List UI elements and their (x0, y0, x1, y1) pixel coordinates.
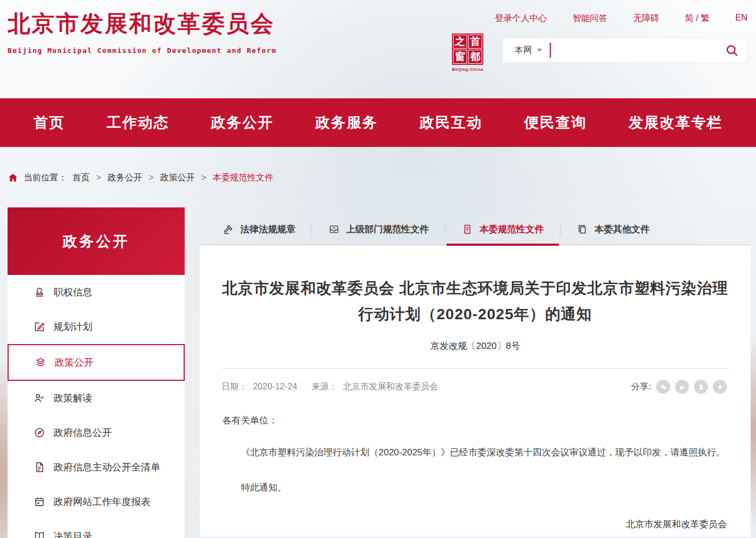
share-label: 分享: (631, 381, 651, 393)
nav-convenience-query[interactable]: 便民查询 (524, 113, 587, 132)
article-date: 2020-12-24 (253, 382, 297, 391)
qq-share-icon[interactable] (694, 380, 708, 394)
seal-caption: Beijing-China (451, 67, 484, 72)
sidebar-title: 政务公开 (8, 207, 185, 275)
share-bar: 分享: (631, 380, 727, 394)
site-subtitle: Beijing Municipal Commission of Developm… (8, 46, 276, 55)
sidebar-item-label: 政策公开 (55, 356, 93, 369)
breadcrumb-current: 本委规范性文件 (213, 172, 273, 184)
tab-label: 法律法规规章 (240, 223, 295, 236)
topbar-link-smart-qa[interactable]: 智能问答 (572, 13, 607, 24)
seal-grid: 之 首 窗 都 (452, 33, 483, 65)
stamp-icon (33, 286, 45, 298)
article-meta: 日期： 2020-12-24 来源： 北京市发展和改革委员会 分享: (200, 369, 751, 394)
tab-label: 本委其他文件 (595, 223, 650, 236)
sidebar-items: 职权信息 规划计划 政策公开 (8, 275, 185, 538)
seal-char: 都 (468, 50, 482, 64)
tab-commission-normative-docs[interactable]: 本委规范性文件 (446, 214, 560, 245)
article-doc-number: 京发改规〔2020〕8号 (200, 340, 751, 352)
breadcrumb-separator: > (201, 173, 206, 183)
qzone-share-icon[interactable] (713, 380, 727, 394)
wechat-share-icon[interactable] (656, 380, 670, 394)
breadcrumb-home[interactable]: 首页 (72, 172, 90, 184)
tab-superior-normative-docs[interactable]: 上级部门规范性文件 (312, 214, 445, 245)
nav-home[interactable]: 首页 (33, 113, 65, 132)
paragraph: 《北京市塑料污染治理行动计划（2020-2025年）》已经市委深改委第十四次会议… (222, 443, 727, 463)
sidebar-item-label: 政府信息公开 (53, 426, 112, 439)
topbar-link-accessibility[interactable]: 无障碍 (633, 13, 659, 24)
search-scope-label: 本网 (515, 45, 532, 56)
sidebar-item-label: 政府信息主动公开全清单 (53, 461, 160, 474)
search-input[interactable] (551, 38, 716, 62)
sidebar-item-label: 政策解读 (53, 392, 92, 405)
nav-work-dynamics[interactable]: 工作动态 (106, 113, 169, 132)
nav-reform-special[interactable]: 发展改革专栏 (629, 113, 723, 132)
sidebar: 政务公开 职权信息 规划计划 (8, 207, 185, 538)
capital-window-seal-logo[interactable]: 之 首 窗 都 Beijing-China (451, 33, 484, 72)
nav-public-interaction[interactable]: 政民互动 (420, 113, 482, 132)
site-title: 北京市发展和改革委员会 (8, 9, 276, 39)
breadcrumb-prefix: 当前位置： (24, 172, 67, 184)
document-icon (462, 224, 473, 235)
topbar-link-login[interactable]: 登录个人中心 (495, 13, 546, 24)
article-body: 各有关单位： 《北京市塑料污染治理行动计划（2020-2025年）》已经市委深改… (200, 394, 751, 530)
signature: 北京市发展和改革委员会 (222, 518, 727, 530)
article-title: 北京市发展和改革委员会 北京市生态环境局关于印发北京市塑料污染治理行动计划（20… (221, 275, 729, 327)
calendar-icon (33, 496, 45, 508)
weibo-share-icon[interactable] (675, 380, 689, 394)
seal-char: 窗 (453, 50, 467, 64)
sidebar-item-label: 规划计划 (53, 320, 92, 333)
nav-gov-disclosure[interactable]: 政务公开 (211, 113, 274, 132)
topbar: 登录个人中心 智能问答 无障碍 简 / 繁 EN (495, 13, 747, 24)
tabs: 法律法规规章 上级部门规范性文件 本委规范性文 (200, 214, 751, 245)
search-button[interactable] (716, 43, 747, 57)
main-layout: 政务公开 职权信息 规划计划 (0, 207, 756, 538)
tab-laws-regulations[interactable]: 法律法规规章 (206, 214, 312, 245)
paragraph: 特此通知。 (222, 478, 727, 498)
sidebar-item-website-annual-report[interactable]: 政府网站工作年度报表 (8, 485, 185, 519)
sidebar-item-planning[interactable]: 规划计划 (8, 310, 185, 344)
search-bar: 本网 (502, 38, 748, 63)
nav-gov-services[interactable]: 政务服务 (315, 113, 378, 132)
tab-commission-other-docs[interactable]: 本委其他文件 (561, 214, 666, 245)
sidebar-item-authority-info[interactable]: 职权信息 (8, 275, 185, 310)
salutation: 各有关单位： (222, 414, 727, 427)
sidebar-item-label: 决策目录 (53, 530, 92, 538)
site-header: 北京市发展和改革委员会 Beijing Municipal Commission… (0, 0, 756, 98)
search-icon (725, 43, 739, 57)
article-source: 北京市发展和改革委员会 (343, 382, 438, 391)
breadcrumb-separator: > (148, 173, 153, 183)
tab-label: 上级部门规范性文件 (346, 223, 429, 236)
home-icon (8, 172, 18, 183)
site-logo[interactable]: 北京市发展和改革委员会 Beijing Municipal Commission… (8, 9, 276, 55)
document-icon (33, 461, 45, 473)
layers-icon (35, 357, 46, 368)
sidebar-item-gov-info-disclosure[interactable]: 政府信息公开 (8, 415, 185, 450)
topbar-link-simplified-traditional[interactable]: 简 / 繁 (685, 13, 709, 24)
sidebar-item-policy-interpretation[interactable]: 政策解读 (8, 381, 185, 415)
breadcrumb-gov-disclosure[interactable]: 政务公开 (107, 172, 142, 184)
search-scope-dropdown[interactable]: 本网 (503, 45, 542, 56)
source-label: 来源： (312, 382, 338, 391)
breadcrumb-separator: > (96, 173, 101, 183)
sidebar-item-label: 职权信息 (53, 286, 92, 299)
article-meta-left: 日期： 2020-12-24 来源： 北京市发展和改革委员会 (221, 381, 450, 393)
seal-char: 首 (468, 35, 482, 49)
inbox-icon (328, 224, 340, 235)
article-card: 北京市发展和改革委员会 北京市生态环境局关于印发北京市塑料污染治理行动计划（20… (200, 245, 751, 537)
sidebar-item-proactive-disclosure-list[interactable]: 政府信息主动公开全清单 (8, 450, 185, 485)
edit-icon (33, 321, 45, 333)
sidebar-item-policy-disclosure[interactable]: 政策公开 (8, 344, 185, 381)
topbar-link-english[interactable]: EN (735, 13, 747, 24)
person-check-icon (33, 392, 45, 404)
sidebar-item-label: 政府网站工作年度报表 (53, 495, 151, 508)
book-icon (33, 530, 45, 538)
tab-label: 本委规范性文件 (480, 223, 544, 236)
sidebar-item-decision-catalog[interactable]: 决策目录 (8, 519, 185, 538)
chevron-down-icon (537, 49, 542, 52)
breadcrumb: 当前位置： 首页 > 政务公开 > 政策公开 > 本委规范性文件 (0, 164, 756, 191)
file-copy-icon (577, 224, 588, 235)
gavel-icon (222, 224, 234, 235)
seal-char: 之 (453, 35, 467, 49)
breadcrumb-policy-disclosure[interactable]: 政策公开 (160, 172, 195, 184)
